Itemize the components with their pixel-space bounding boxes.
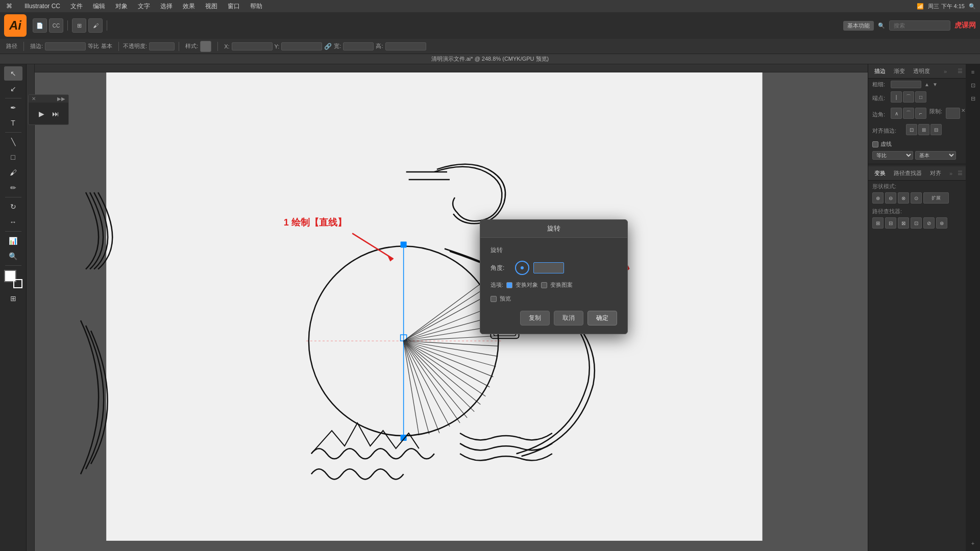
- align-center-btn[interactable]: ⊡: [906, 124, 917, 135]
- angle-input[interactable]: 10: [533, 262, 564, 273]
- limit-input[interactable]: 10: [946, 108, 960, 119]
- stroke-weight-up[interactable]: ▲: [924, 82, 929, 87]
- align-inside-btn[interactable]: ⊞: [918, 124, 929, 135]
- menu-text[interactable]: 文字: [136, 1, 152, 12]
- search-magnify-icon[interactable]: 🔍: [878, 22, 885, 29]
- panel-menu-btn[interactable]: ☰: [958, 68, 963, 74]
- menu-effect[interactable]: 效果: [181, 1, 197, 12]
- search-icon[interactable]: 🔍: [969, 3, 976, 10]
- transform-menu-btn[interactable]: ☰: [958, 170, 963, 177]
- cap-round-btn[interactable]: ⌒: [903, 91, 914, 103]
- stroke-style-select[interactable]: 基本: [915, 151, 956, 160]
- pf-crop-btn[interactable]: ⊡: [911, 217, 922, 229]
- preview-checkbox[interactable]: [491, 296, 497, 302]
- tab-align[interactable]: 对齐: [927, 168, 944, 178]
- angle-indicator[interactable]: [515, 261, 529, 275]
- pf-divide-btn[interactable]: ⊞: [872, 217, 884, 229]
- align-stroke-btn-row: ⊡ ⊞ ⊟: [906, 124, 942, 135]
- stroke-input[interactable]: 0.242 p: [45, 42, 86, 51]
- shape-expand-btn[interactable]: 扩展: [923, 192, 949, 204]
- corner-bevel-btn[interactable]: ⌐: [915, 108, 926, 119]
- stroke-weight-down[interactable]: ▼: [933, 82, 938, 87]
- rotate-tool[interactable]: ↻: [4, 199, 22, 214]
- stroke-line-row: 等比 基本: [872, 151, 962, 160]
- stroke-type-select[interactable]: 等比: [872, 151, 913, 160]
- tab-transform[interactable]: 变换: [871, 168, 889, 178]
- corner-miter-btn[interactable]: ∧: [891, 108, 902, 119]
- y-input[interactable]: -5.8873 c: [281, 42, 322, 51]
- tab-transparency[interactable]: 透明度: [910, 66, 933, 76]
- tab-stroke[interactable]: 描边: [871, 66, 889, 76]
- pen-tool[interactable]: ✒: [4, 101, 22, 115]
- menu-edit[interactable]: 编辑: [91, 1, 107, 12]
- shape-exclude-btn[interactable]: ⊙: [911, 192, 922, 204]
- menu-view[interactable]: 视图: [203, 1, 219, 12]
- h-input[interactable]: 3.9276 cr: [385, 42, 426, 51]
- align-outside-btn[interactable]: ⊟: [930, 124, 942, 135]
- dashed-checkbox[interactable]: [872, 141, 878, 147]
- mini-panel-close[interactable]: ✕: [32, 96, 36, 102]
- play-button[interactable]: ▶: [36, 109, 46, 119]
- panel-asset-icon[interactable]: ⊟: [967, 93, 978, 104]
- shape-minus-btn[interactable]: ⊖: [885, 192, 896, 204]
- fill-stroke-indicator[interactable]: [4, 270, 22, 288]
- brush-tool[interactable]: 🖌: [4, 165, 22, 180]
- corner-round-btn[interactable]: ⌒: [903, 108, 914, 119]
- rotate-dialog[interactable]: 旋转 旋转 角度: 10 选项: 变换对象 变换图案: [480, 219, 628, 334]
- cap-square-btn[interactable]: □: [915, 91, 926, 103]
- stroke-box[interactable]: [13, 279, 22, 288]
- stroke-weight-input[interactable]: 0.242 pt: [891, 81, 921, 88]
- pf-outline-btn[interactable]: ⊘: [923, 217, 935, 229]
- pencil-tool[interactable]: ✏: [4, 181, 22, 195]
- tab-gradient[interactable]: 渐变: [891, 66, 908, 76]
- tool-sep4: [5, 231, 21, 232]
- line-tool[interactable]: ╲: [4, 135, 22, 149]
- panel-stack-icon[interactable]: ⊡: [967, 80, 978, 91]
- shape-unite-btn[interactable]: ⊕: [872, 192, 884, 204]
- w-input[interactable]: 0 cm: [343, 42, 374, 51]
- cap-butt-btn[interactable]: |: [891, 91, 902, 103]
- style-color-btn[interactable]: [200, 41, 211, 52]
- rect-tool[interactable]: □: [4, 150, 22, 164]
- new-doc-btn[interactable]: 📄: [33, 18, 47, 33]
- search-input[interactable]: [889, 20, 950, 31]
- limit-close[interactable]: ✕: [961, 108, 965, 119]
- skip-button[interactable]: ⏭: [51, 109, 61, 119]
- pf-minus-back-btn[interactable]: ⊛: [936, 217, 947, 229]
- menu-illustrator-cc[interactable]: Illustrator CC: [22, 2, 62, 11]
- ok-button[interactable]: 确定: [587, 311, 617, 325]
- tool-sep2: [5, 132, 21, 133]
- transform-expand-btn[interactable]: »: [949, 170, 952, 177]
- menu-window[interactable]: 窗口: [226, 1, 242, 12]
- copy-button[interactable]: 复制: [520, 311, 550, 325]
- workspace-label[interactable]: 基本功能: [843, 21, 874, 31]
- opacity-input[interactable]: 100%: [149, 42, 175, 51]
- direct-select-tool[interactable]: ↙: [4, 82, 22, 96]
- pf-merge-btn[interactable]: ⊠: [898, 217, 909, 229]
- shape-intersect-btn[interactable]: ⊗: [898, 192, 909, 204]
- menu-file[interactable]: 文件: [68, 1, 85, 12]
- menu-bar: ⌘ Illustrator CC 文件 编辑 对象 文字 选择 效果 视图 窗口…: [0, 0, 980, 12]
- x-input[interactable]: 87.2891 c: [232, 42, 273, 51]
- tab-pathfinder[interactable]: 路径查找器: [891, 168, 925, 178]
- text-tool[interactable]: T: [4, 116, 22, 130]
- screen-mode-btn[interactable]: ⊞: [4, 291, 22, 306]
- menu-select[interactable]: 选择: [158, 1, 175, 12]
- zoom-tool[interactable]: 🔍: [4, 249, 22, 263]
- menu-object[interactable]: 对象: [113, 1, 130, 12]
- grid-view-btn[interactable]: ⊞: [72, 18, 86, 33]
- pf-trim-btn[interactable]: ⊟: [885, 217, 896, 229]
- brush-btn[interactable]: 🖌: [88, 18, 103, 33]
- select-tool[interactable]: ↖: [4, 66, 22, 81]
- mirror-tool[interactable]: ↔: [4, 215, 22, 229]
- cancel-button[interactable]: 取消: [554, 311, 583, 325]
- panel-expand-btn[interactable]: »: [944, 68, 947, 74]
- apple-menu[interactable]: ⌘: [4, 2, 14, 11]
- chart-tool[interactable]: 📊: [4, 234, 22, 248]
- cc-btn[interactable]: CC: [49, 18, 63, 33]
- panel-plus-icon[interactable]: +: [967, 538, 978, 549]
- option-transform-object-checkbox[interactable]: [506, 282, 512, 288]
- panel-layers-icon[interactable]: ≡: [967, 66, 978, 78]
- menu-help[interactable]: 帮助: [248, 1, 264, 12]
- option-transform-pattern-checkbox[interactable]: [541, 282, 547, 288]
